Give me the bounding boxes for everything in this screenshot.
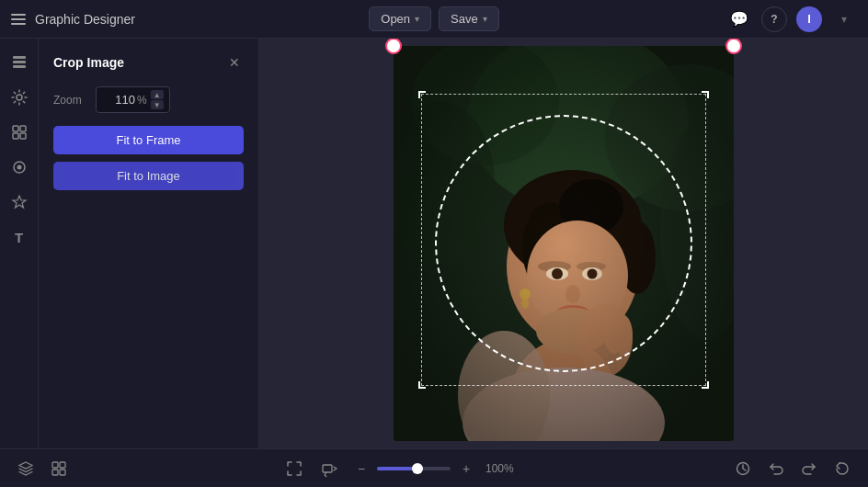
- svg-rect-1: [13, 61, 26, 63]
- main-area: T Crop Image ✕ Zoom % ▲ ▼ Fit to Frame F…: [0, 39, 868, 448]
- zoom-percent-symbol: %: [137, 94, 147, 107]
- save-label: Save: [451, 12, 478, 26]
- canvas-image: [394, 46, 734, 441]
- zoom-input[interactable]: [102, 93, 135, 107]
- topbar-right: 💬 ? I ▾: [499, 6, 857, 32]
- zoom-slider-thumb[interactable]: [412, 463, 423, 474]
- svg-point-3: [17, 95, 22, 100]
- layers-bottom-icon[interactable]: [13, 456, 39, 481]
- fit-screen-icon[interactable]: [281, 456, 307, 481]
- svg-rect-45: [323, 465, 332, 472]
- grid-icon[interactable]: [5, 118, 34, 147]
- redo-icon[interactable]: [796, 456, 822, 481]
- zoom-slider: − +: [351, 459, 476, 479]
- svg-rect-4: [13, 126, 18, 131]
- layers-icon[interactable]: [5, 48, 34, 77]
- elements-icon[interactable]: [5, 187, 34, 217]
- hamburger-icon[interactable]: [11, 14, 26, 25]
- svg-rect-42: [60, 462, 65, 468]
- svg-rect-7: [20, 133, 26, 139]
- svg-rect-5: [20, 126, 26, 131]
- zoom-input-wrap: % ▲ ▼: [96, 86, 170, 113]
- undo-icon[interactable]: [763, 456, 789, 481]
- crop-panel: Crop Image ✕ Zoom % ▲ ▼ Fit to Frame Fit…: [39, 39, 259, 448]
- topbar-center: Open ▾ Save ▾: [369, 6, 498, 31]
- open-label: Open: [381, 12, 410, 26]
- zoom-down-button[interactable]: ▼: [151, 100, 164, 109]
- shapes-icon[interactable]: [5, 153, 34, 182]
- bottom-bar: − + 100%: [0, 448, 868, 487]
- fit-to-image-button[interactable]: Fit to Image: [53, 162, 244, 190]
- svg-rect-40: [394, 46, 734, 441]
- zoom-slider-track[interactable]: [377, 467, 451, 470]
- save-button[interactable]: Save ▾: [439, 6, 499, 31]
- image-container: [394, 46, 734, 441]
- zoom-up-button[interactable]: ▲: [151, 90, 164, 99]
- svg-rect-0: [13, 56, 26, 59]
- open-button[interactable]: Open ▾: [369, 6, 431, 31]
- close-panel-button[interactable]: ✕: [225, 53, 244, 72]
- bb-left: [13, 456, 72, 481]
- canvas-area[interactable]: [259, 39, 868, 448]
- zoom-row: Zoom % ▲ ▼: [53, 86, 244, 113]
- zoom-minus-button[interactable]: −: [351, 459, 371, 479]
- bb-right: [730, 456, 855, 481]
- open-chevron-icon: ▾: [415, 14, 419, 24]
- zoom-spinners: ▲ ▼: [151, 90, 164, 109]
- fit-to-frame-button[interactable]: Fit to Frame: [53, 126, 244, 154]
- panel-header: Crop Image ✕: [53, 53, 244, 72]
- svg-rect-2: [13, 65, 26, 68]
- expand-icon[interactable]: ▾: [831, 6, 857, 32]
- handle-top-right[interactable]: [725, 39, 742, 54]
- zoom-plus-button[interactable]: +: [456, 459, 476, 479]
- panel-title: Crop Image: [53, 55, 124, 70]
- resize-icon[interactable]: [316, 456, 342, 481]
- avatar[interactable]: I: [796, 6, 822, 32]
- svg-rect-43: [52, 470, 58, 475]
- bb-center: − + 100%: [81, 456, 721, 481]
- svg-rect-6: [13, 133, 18, 139]
- svg-rect-44: [60, 470, 65, 475]
- zoom-label: Zoom: [53, 94, 86, 107]
- grid-bottom-icon[interactable]: [46, 456, 72, 481]
- icon-bar: T: [0, 39, 39, 448]
- svg-point-9: [17, 165, 21, 170]
- reset-icon[interactable]: [829, 456, 855, 481]
- chat-icon[interactable]: 💬: [726, 6, 752, 32]
- help-icon[interactable]: ?: [761, 6, 787, 32]
- svg-rect-41: [52, 462, 58, 468]
- text-icon[interactable]: T: [5, 222, 34, 252]
- save-chevron-icon: ▾: [483, 14, 487, 24]
- topbar: Graphic Designer Open ▾ Save ▾ 💬 ? I ▾: [0, 0, 868, 39]
- topbar-left: Graphic Designer: [11, 12, 369, 27]
- settings-icon[interactable]: [5, 83, 34, 112]
- zoom-pct-display: 100%: [485, 462, 520, 475]
- app-title: Graphic Designer: [35, 12, 135, 27]
- history-icon[interactable]: [730, 456, 756, 481]
